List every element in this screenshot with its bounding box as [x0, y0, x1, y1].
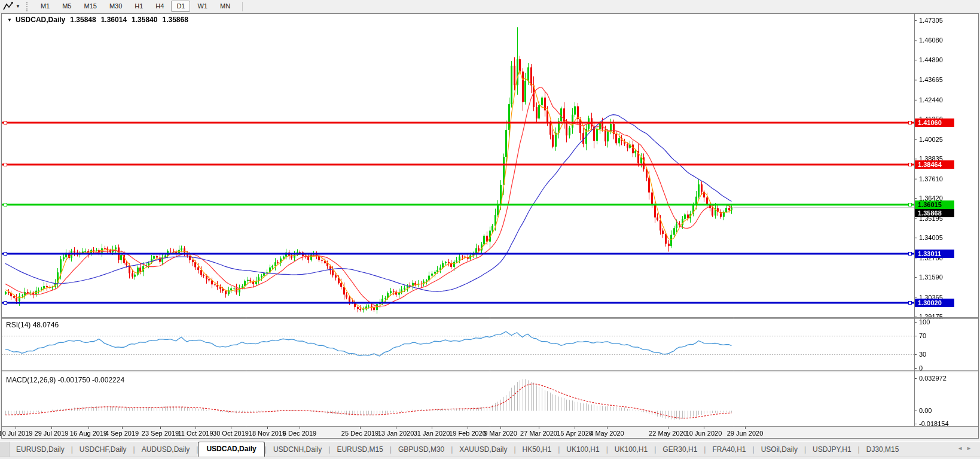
ohlc-high: 1.36014: [101, 16, 127, 24]
chart-tab-usdjpy-h1[interactable]: USDJPY,H1: [806, 443, 857, 457]
timeframe-button-w1[interactable]: W1: [192, 1, 213, 12]
terminal-window: ▼ M1M5M15M30H1H4D1W1MN ▼ USDCAD,Daily 1.…: [0, 0, 980, 459]
timeframe-buttons: M1M5M15M30H1H4D1W1MN: [35, 1, 237, 12]
chart-tab-hk50-h1[interactable]: HK50,H1: [516, 443, 558, 457]
chart-tab-uk100-h1[interactable]: UK100,H1: [560, 443, 606, 457]
tab-items: EURUSD,Daily|USDCHF,Daily|AUDUSD,Daily|U…: [10, 442, 905, 457]
chart-tab-audusd-daily[interactable]: AUDUSD,Daily: [135, 443, 197, 457]
timeframe-button-h4[interactable]: H4: [150, 1, 169, 12]
status-bar-edge: [0, 457, 980, 459]
chart-tab-ger30-h1[interactable]: GER30,H1: [656, 443, 704, 457]
toolbar-grip[interactable]: [26, 2, 29, 11]
timeframe-toolbar: ▼ M1M5M15M30H1H4D1W1MN: [0, 0, 980, 13]
timeframe-button-h1[interactable]: H1: [129, 1, 148, 12]
chart-tab-usdchf-daily[interactable]: USDCHF,Daily: [73, 443, 133, 457]
chart-tab-bar: EURUSD,Daily|USDCHF,Daily|AUDUSD,Daily|U…: [0, 441, 980, 457]
tab-scroll-right-icon[interactable]: ►: [966, 445, 975, 451]
ohlc-close: 1.35868: [162, 16, 188, 24]
tab-scroll-left-icon[interactable]: ◄: [957, 445, 966, 451]
timeframe-button-mn[interactable]: MN: [215, 1, 236, 12]
timeframe-button-d1[interactable]: D1: [171, 1, 190, 12]
tab-scroll-arrows: ◄►: [957, 445, 975, 451]
chart-tab-xauusd-daily[interactable]: XAUUSD,Daily: [453, 443, 514, 457]
chart-tab-fra40-h1[interactable]: FRA40,H1: [706, 443, 752, 457]
ohlc-low: 1.35840: [132, 16, 157, 24]
timeframe-button-m5[interactable]: M5: [57, 1, 77, 12]
tool-dropdown-icon[interactable]: ▼: [16, 4, 20, 9]
macd-indicator-label: MACD(12,26,9) -0.001750 -0.002224: [6, 376, 124, 384]
chart-canvas[interactable]: [0, 13, 980, 439]
zigzag-line-tool-icon[interactable]: [2, 2, 14, 11]
timeframe-button-m30[interactable]: M30: [104, 1, 127, 12]
chart-tab-usdcnh-daily[interactable]: USDCNH,Daily: [267, 443, 328, 457]
chart-title-bar: ▼ USDCAD,Daily 1.358481.360141.358401.35…: [7, 16, 188, 24]
chart-tab-eurusd-m15[interactable]: EURUSD,M15: [330, 443, 389, 457]
timeframe-button-m15[interactable]: M15: [78, 1, 102, 12]
chart-tab-dj30-m15[interactable]: DJ30,M15: [860, 443, 906, 457]
chart-tab-gbpusd-m30[interactable]: GBPUSD,M30: [392, 443, 451, 457]
toolbar-separator: [242, 2, 243, 11]
chart-symbol-title: USDCAD,Daily: [16, 16, 65, 24]
ohlc-open: 1.35848: [70, 16, 96, 24]
chart-dropdown-icon[interactable]: ▼: [7, 17, 12, 23]
chart-tab-usdcad-daily[interactable]: USDCAD,Daily: [198, 442, 264, 457]
tab-bar-corner: [0, 442, 10, 457]
rsi-indicator-label: RSI(14) 48.0746: [6, 321, 59, 329]
timeframe-button-m1[interactable]: M1: [35, 1, 55, 12]
chart-tab-eurusd-daily[interactable]: EURUSD,Daily: [10, 443, 71, 457]
chart-tab-usoil-daily[interactable]: USOil,Daily: [755, 443, 804, 457]
chart-tab-uk100-h1[interactable]: UK100,H1: [608, 443, 654, 457]
